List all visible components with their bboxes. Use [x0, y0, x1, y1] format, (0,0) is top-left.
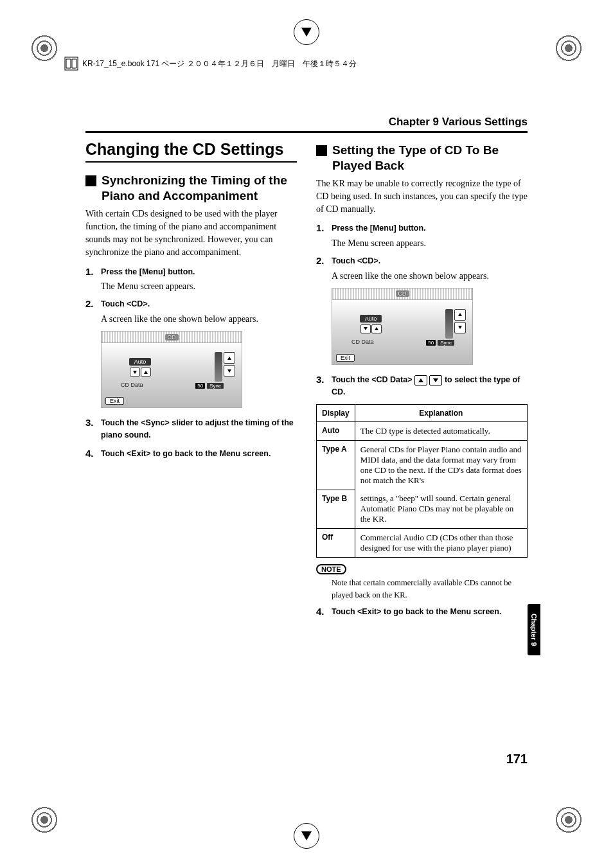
square-bullet-icon — [316, 145, 327, 156]
step-2-r: 2. Touch <CD>. A screen like the one sho… — [316, 255, 528, 281]
book-icon — [64, 57, 78, 71]
cd-screen-illustration: CD Auto CD Data 50 Sync — [101, 331, 242, 408]
down-arrow-icon — [429, 375, 442, 385]
sync-label: Sync — [207, 383, 224, 389]
slider-up-icon — [454, 309, 466, 321]
screen-titlebar: CD — [332, 288, 472, 300]
sync-slider — [215, 352, 222, 382]
exit-button: Exit — [105, 397, 124, 405]
corner-mark-bl — [28, 804, 60, 836]
sync-slider — [445, 309, 453, 339]
note-text: Note that certain commercially available… — [332, 577, 528, 600]
step-2: 2. Touch <CD>. A screen like the one sho… — [85, 298, 297, 324]
th-display: Display — [317, 405, 355, 422]
sync-value: 50 — [426, 340, 436, 346]
section-cdtype-intro: The KR may be unable to correctly recogn… — [316, 177, 528, 217]
section-sync-heading: Synchronizing the Timing of the Piano an… — [85, 173, 297, 204]
exit-button: Exit — [336, 354, 355, 362]
registration-mark-bottom — [294, 823, 319, 849]
th-explanation: Explanation — [355, 405, 527, 422]
print-header-text: KR-17_15_e.book 171 ページ ２００４年１２月６日 月曜日 午… — [82, 58, 357, 69]
table-row: Type B settings, a "beep" will sound. Ce… — [317, 490, 528, 529]
table-row: Type A General CDs for Player Piano cont… — [317, 441, 528, 490]
corner-mark-tr — [553, 32, 585, 64]
cddata-label: CD Data — [121, 382, 143, 388]
chapter-header: Chapter 9 Various Settings — [389, 116, 528, 128]
step-1-r: 1. Press the [Menu] button. The Menu scr… — [316, 222, 528, 249]
section-sync-intro: With certain CDs designed to be used wit… — [85, 208, 297, 260]
right-column: Setting the Type of CD To Be Played Back… — [316, 140, 528, 624]
sync-value: 50 — [195, 383, 205, 389]
down-arrow-icon — [130, 368, 140, 376]
page-title: Changing the CD Settings — [85, 140, 297, 163]
step-4: 4. Touch <Exit> to go back to the Menu s… — [85, 448, 297, 460]
step-1: 1. Press the [Menu] button. The Menu scr… — [85, 266, 297, 292]
slider-down-icon — [454, 322, 466, 333]
section-cdtype-heading: Setting the Type of CD To Be Played Back — [316, 143, 528, 173]
step-3-text: Touch the <CD Data> to select the type o… — [332, 374, 528, 398]
registration-mark-top — [294, 19, 319, 45]
sync-label: Sync — [438, 340, 454, 346]
corner-mark-tl — [28, 32, 60, 64]
left-column: Changing the CD Settings Synchronizing t… — [85, 140, 297, 624]
screen-titlebar: CD — [102, 332, 242, 343]
note-badge: NOTE — [316, 564, 346, 574]
down-arrow-icon — [360, 324, 371, 333]
print-header: KR-17_15_e.book 171 ページ ２００４年１２月６日 月曜日 午… — [64, 57, 357, 71]
cd-type-table: Display Explanation Auto The CD type is … — [316, 404, 528, 558]
corner-mark-br — [553, 804, 585, 836]
page-number: 171 — [506, 752, 528, 766]
cd-screen-illustration-2: CD Auto CD Data 50 Sync — [332, 288, 473, 365]
chapter-tab: Chapter 9 — [528, 604, 540, 655]
cddata-label: CD Data — [351, 339, 374, 345]
header-rule — [85, 131, 528, 133]
step-3-r: 3. Touch the <CD Data> to select the typ… — [316, 374, 528, 398]
table-row: Off Commercial Audio CD (CDs other than … — [317, 529, 528, 558]
auto-label: Auto — [360, 315, 382, 323]
square-bullet-icon — [85, 175, 96, 186]
up-arrow-icon — [141, 368, 151, 376]
slider-up-icon — [224, 352, 235, 364]
slider-down-icon — [224, 365, 235, 376]
up-arrow-icon — [414, 375, 427, 385]
step-3: 3. Touch the <Sync> slider to adjust the… — [85, 417, 297, 441]
auto-label: Auto — [129, 358, 152, 366]
up-arrow-icon — [371, 324, 382, 333]
table-row: Auto The CD type is detected automatical… — [317, 422, 528, 441]
step-4-r: 4. Touch <Exit> to go back to the Menu s… — [316, 606, 528, 618]
